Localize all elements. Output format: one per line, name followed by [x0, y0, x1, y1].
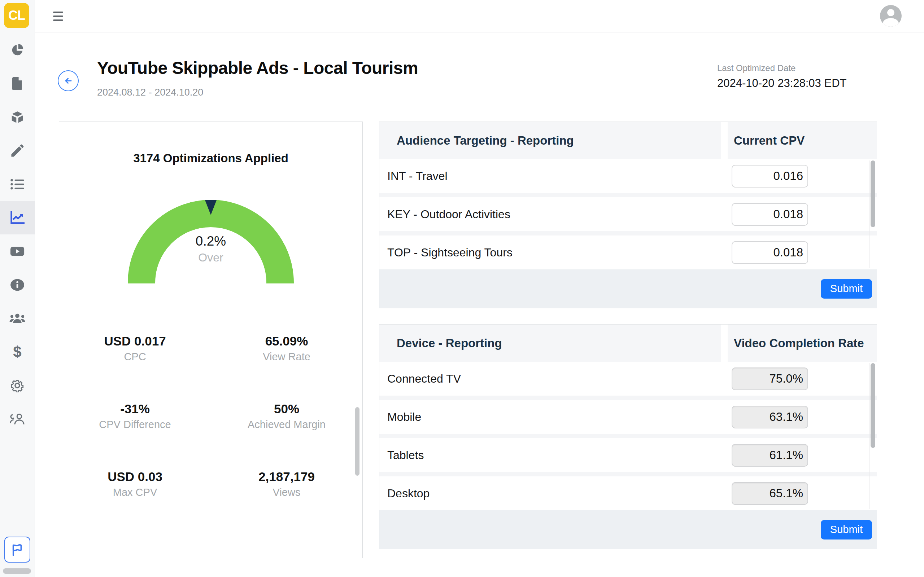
user-avatar[interactable]	[880, 5, 901, 27]
horizontal-scrollbar-thumb[interactable]	[3, 568, 31, 574]
gauge-status: Over	[128, 251, 294, 264]
submit-button[interactable]: Submit	[821, 520, 872, 540]
dollar-icon: $	[13, 344, 21, 359]
app-window: CL	[0, 0, 924, 577]
document-icon	[11, 77, 23, 90]
table-body: INT - Travel KEY - Outdoor Activities TO…	[380, 159, 877, 269]
submit-button[interactable]: Submit	[821, 279, 872, 298]
kpi-grid: USD 0.017 CPC 65.09% View Rate -31% CPV …	[59, 334, 362, 498]
users-icon	[10, 313, 25, 324]
device-reporting-table: Device - Reporting Video Completion Rate…	[379, 324, 877, 549]
table-row: Tablets	[380, 434, 877, 472]
table-scrollbar-thumb[interactable]	[871, 363, 875, 448]
campaign-date-range: 2024.08.12 - 2024.10.20	[97, 87, 203, 98]
topbar	[35, 0, 924, 32]
sidebar-item-info[interactable]	[0, 268, 35, 301]
column-header-value: Current CPV	[728, 122, 877, 159]
gauge-value: 0.2%	[128, 234, 294, 249]
cpv-input[interactable]	[732, 165, 808, 187]
kpi-cpc: USD 0.017 CPC	[59, 334, 211, 363]
table-body: Connected TV Mobile Tablets Desktop	[380, 362, 877, 510]
sidebar-item-edit[interactable]	[0, 134, 35, 167]
sidebar-nav: $	[0, 33, 35, 436]
table-row: Mobile	[380, 396, 877, 434]
main-content: YouTube Skippable Ads - Local Tourism 20…	[35, 33, 924, 577]
table-scrollbar-thumb[interactable]	[871, 161, 875, 227]
optimization-gauge: 0.2% Over	[128, 200, 294, 284]
sidebar-item-lists[interactable]	[0, 167, 35, 201]
cpv-input[interactable]	[732, 203, 808, 226]
sidebar-item-accounts[interactable]	[0, 402, 35, 436]
column-header-name: Audience Targeting - Reporting	[380, 122, 721, 159]
card-scrollbar-thumb[interactable]	[355, 407, 360, 475]
user-group-icon	[10, 413, 25, 425]
sidebar-item-billing[interactable]: $	[0, 335, 35, 369]
table-row: KEY - Outdoor Activities	[380, 193, 877, 231]
last-optimized-label: Last Optimized Date	[717, 63, 846, 73]
page-title: YouTube Skippable Ads - Local Tourism	[97, 58, 418, 78]
menu-button[interactable]	[53, 11, 63, 21]
app-logo[interactable]: CL	[4, 3, 29, 28]
sidebar-item-settings[interactable]	[0, 369, 35, 402]
kpi-achieved-margin: 50% Achieved Margin	[211, 402, 362, 430]
completion-rate-input	[732, 367, 808, 390]
gauge-pointer-icon	[204, 200, 217, 215]
line-chart-icon	[10, 211, 24, 225]
gear-icon	[10, 379, 24, 392]
column-header-name: Device - Reporting	[380, 324, 721, 362]
completion-rate-input	[732, 406, 808, 429]
arrow-left-icon	[63, 76, 74, 86]
optimizations-applied-title: 3174 Optimizations Applied	[59, 152, 362, 165]
sidebar-item-performance[interactable]	[0, 201, 35, 234]
audience-targeting-table: Audience Targeting - Reporting Current C…	[379, 121, 877, 308]
kpi-views: 2,187,179 Views	[211, 469, 362, 498]
kpi-cpv-difference: -31% CPV Difference	[59, 402, 211, 430]
pie-chart-icon	[11, 44, 24, 56]
video-icon	[10, 246, 24, 257]
table-footer: Submit	[380, 510, 877, 549]
last-optimized-value: 2024-10-20 23:28:03 EDT	[717, 77, 846, 90]
info-icon	[10, 279, 24, 292]
feedback-flag-button[interactable]	[4, 537, 30, 562]
column-header-value: Video Completion Rate	[728, 324, 877, 362]
table-header: Device - Reporting Video Completion Rate	[380, 324, 877, 362]
table-row: Desktop	[380, 472, 877, 510]
list-icon	[10, 178, 24, 190]
table-footer: Submit	[380, 269, 877, 308]
back-button[interactable]	[58, 70, 79, 91]
kpi-max-cpv: USD 0.03 Max CPV	[59, 469, 211, 498]
flag-icon	[11, 543, 23, 556]
kpi-view-rate: 65.09% View Rate	[211, 334, 362, 363]
table-row: TOP - Sightseeing Tours	[380, 231, 877, 269]
table-scrollbar-track	[869, 161, 870, 268]
table-row: Connected TV	[380, 362, 877, 396]
table-scrollbar-track	[869, 363, 870, 509]
sidebar-item-video[interactable]	[0, 234, 35, 268]
cpv-input[interactable]	[732, 241, 808, 264]
sidebar-item-documents[interactable]	[0, 67, 35, 100]
sidebar: CL	[0, 0, 35, 577]
package-icon	[10, 111, 24, 124]
sidebar-item-analytics[interactable]	[0, 33, 35, 67]
table-header: Audience Targeting - Reporting Current C…	[380, 122, 877, 159]
last-optimized-block: Last Optimized Date 2024-10-20 23:28:03 …	[717, 63, 846, 90]
completion-rate-input	[732, 482, 808, 505]
sidebar-item-packages[interactable]	[0, 100, 35, 134]
sidebar-item-audiences[interactable]	[0, 301, 35, 335]
table-row: INT - Travel	[380, 159, 877, 193]
optimizations-summary-card: 3174 Optimizations Applied 0.2% Over USD…	[59, 121, 363, 558]
pencil-icon	[11, 144, 24, 157]
hamburger-icon	[53, 11, 63, 13]
completion-rate-input	[732, 444, 808, 467]
